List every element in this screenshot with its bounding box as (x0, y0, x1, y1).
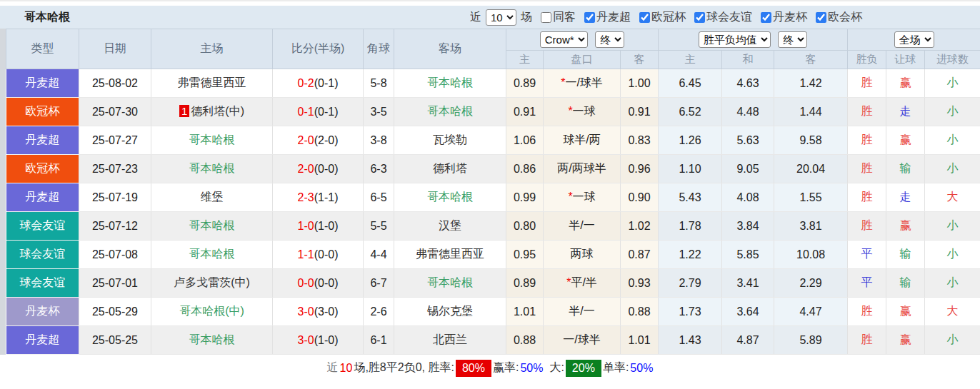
avg-draw-cell: 3.41 (722, 269, 774, 298)
score-cell: 2-0(0-0) (273, 155, 364, 183)
big-rate-label: 大: (549, 360, 564, 375)
date-cell: 25-07-19 (79, 183, 151, 212)
league-filter[interactable]: 丹麦杯 (752, 10, 807, 25)
team-name[interactable]: 弗雷德里西亚 (178, 76, 246, 89)
team-name[interactable]: 哥本哈根 (427, 76, 473, 89)
avg-draw-cell: 4.08 (722, 183, 774, 212)
team-name[interactable]: 汉堡 (439, 219, 461, 231)
league-filter[interactable]: 球会友谊 (686, 10, 752, 25)
odds-away-cell: 0.87 (621, 241, 659, 269)
away-cell: 哥本哈根 (394, 69, 506, 98)
odds-away-cell: 1.01 (621, 326, 659, 355)
near-label: 近 (470, 10, 481, 25)
league-checkbox[interactable] (816, 12, 826, 23)
corner-cell: 5-5 (364, 212, 394, 241)
sub-col-header: 客 (621, 51, 659, 69)
team-name[interactable]: 哥本哈根 (427, 191, 473, 203)
score-cell: 1-0(1-0) (273, 212, 364, 241)
handicap-result-cell: 输 (886, 155, 925, 183)
handicap-star: * (568, 105, 572, 117)
date-cell: 25-07-23 (79, 155, 151, 183)
same-opponent-label: 同客 (553, 10, 576, 25)
team-name[interactable]: 哥本哈根 (189, 248, 235, 260)
same-opponent-checkbox[interactable] (541, 12, 551, 23)
league-filter[interactable]: 丹麦超 (576, 10, 631, 25)
league-badge: 丹麦超 (6, 69, 79, 98)
odds-home-cell: 0.88 (506, 326, 544, 355)
league-checkbox[interactable] (584, 12, 595, 23)
home-cell: 哥本哈根 (151, 155, 273, 183)
league-checkbox[interactable] (694, 12, 705, 23)
avg-final-select[interactable]: 终 (778, 31, 807, 48)
team-name[interactable]: 瓦埃勒 (433, 133, 467, 146)
team-name[interactable]: 哥本哈根 (189, 219, 235, 231)
avg-draw-cell: 4.48 (722, 98, 774, 126)
away-cell: 哥本哈根 (394, 98, 506, 126)
avg-home-cell: 1.73 (659, 298, 722, 326)
result-cell: 胜 (848, 69, 886, 98)
goals-result-cell: 小 (925, 69, 980, 98)
team-name[interactable]: 哥本哈根 (427, 276, 473, 288)
top-strip (0, 0, 980, 6)
goals-result-cell: 小 (925, 155, 980, 183)
league-checkbox[interactable] (639, 12, 650, 23)
league-label: 丹麦超 (596, 10, 631, 25)
result-cell: 胜 (848, 183, 886, 212)
team-name[interactable]: 北西兰 (433, 333, 467, 345)
matches-label: 场 (521, 10, 532, 25)
league-badge: 丹麦超 (6, 126, 79, 155)
home-cell: 卢多戈雷茨(中) (151, 269, 273, 298)
result-cell: 平 (848, 269, 886, 298)
sub-col-header: 客 (774, 51, 848, 69)
team-name[interactable]: 哥本哈根 (189, 162, 235, 174)
odds-final-select[interactable]: 终 (595, 31, 624, 48)
away-cell: 德利塔 (394, 155, 506, 183)
league-filter[interactable]: 欧会杯 (807, 10, 862, 25)
score-cell: 2-0(2-0) (273, 126, 364, 155)
league-checkbox[interactable] (761, 12, 771, 23)
sub-col-header: 主 (506, 51, 544, 69)
date-cell: 25-07-27 (79, 126, 151, 155)
odds-home-cell: 0.95 (506, 241, 544, 269)
result-cell: 胜 (848, 212, 886, 241)
avg-type-select[interactable]: 胜平负均值 (699, 31, 771, 48)
team-name[interactable]: 德利塔 (433, 162, 467, 174)
recent-count-select[interactable]: 10 (486, 9, 516, 26)
handicap-rate-value: 50% (520, 362, 543, 375)
avg-home-cell: 1.10 (659, 155, 722, 183)
big-rate-badge: 20% (566, 360, 601, 377)
scope-select[interactable]: 全场 (894, 31, 934, 48)
league-filter[interactable]: 欧冠杯 (631, 10, 686, 25)
corner-cell: 6-7 (364, 269, 394, 298)
odds-away-cell: 1.00 (621, 69, 659, 98)
avg-home-cell: 1.78 (659, 212, 722, 241)
odds-company-select[interactable]: Crow* (540, 31, 588, 48)
avg-home-cell: 1.22 (659, 241, 722, 269)
team-name[interactable]: 哥本哈根(中) (179, 305, 244, 317)
team-name[interactable]: 锡尔克堡 (427, 305, 473, 317)
team-name[interactable]: 德利塔(中) (191, 105, 244, 117)
same-opponent-filter[interactable]: 同客 (532, 10, 576, 25)
avg-dropdown-group: 胜平负均值 终 (659, 29, 848, 51)
team-name[interactable]: 卢多戈雷茨(中) (174, 276, 250, 288)
result-cell: 胜 (848, 298, 886, 326)
team-name[interactable]: 哥本哈根 (189, 133, 235, 146)
date-cell: 25-07-12 (79, 212, 151, 241)
handicap-cell: 半/一 (544, 212, 621, 241)
away-cell: 哥本哈根 (394, 269, 506, 298)
score-cell: 3-0(3-0) (273, 298, 364, 326)
team-name[interactable]: 弗雷德里西亚 (416, 248, 484, 260)
page-title: 哥本哈根 (24, 10, 70, 25)
avg-away-cell: 1.44 (774, 98, 848, 126)
handicap-result-cell: 赢 (886, 126, 925, 155)
team-name[interactable]: 维堡 (201, 191, 224, 203)
home-cell: 哥本哈根(中) (151, 298, 273, 326)
team-name[interactable]: 哥本哈根 (427, 105, 473, 117)
league-badge: 丹麦杯 (6, 298, 79, 326)
away-cell: 弗雷德里西亚 (394, 241, 506, 269)
sub-col-header: 胜负 (848, 51, 886, 69)
topbar: 哥本哈根 近 10 场 同客 丹麦超欧冠杯球会友谊丹麦杯欧会杯 (0, 6, 980, 29)
avg-away-cell: 2.29 (774, 269, 848, 298)
win-rate-badge: 80% (456, 360, 491, 377)
team-name[interactable]: 哥本哈根 (189, 333, 235, 345)
